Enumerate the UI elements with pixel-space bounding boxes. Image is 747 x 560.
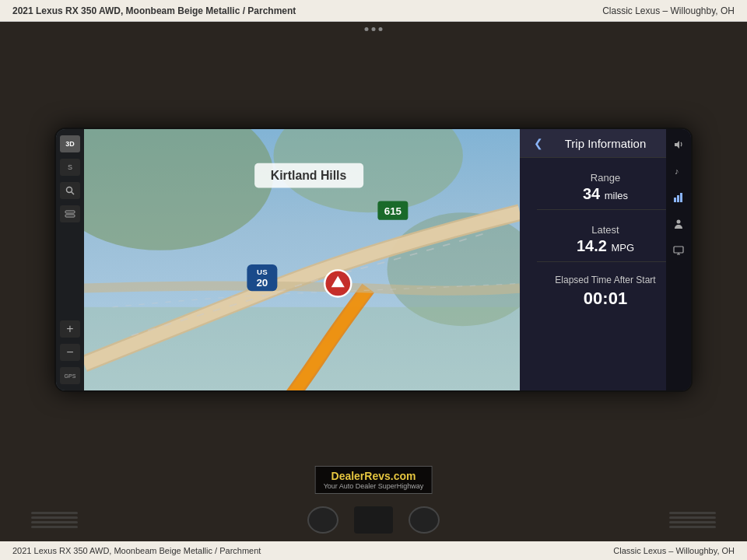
chart-icon[interactable] <box>669 188 688 207</box>
infotainment-screen: 3D S + − GPS <box>54 128 693 392</box>
left-vent <box>31 512 78 528</box>
map-zoom-in-button[interactable]: + <box>60 320 80 338</box>
mpg-value: 14.2 MPG <box>577 237 634 255</box>
svg-line-1 <box>72 192 75 195</box>
range-value: 34 miles <box>583 185 628 203</box>
elapsed-time-value: 00:01 <box>584 289 627 309</box>
watermark: DealerRevs.com Your Auto Dealer SuperHig… <box>315 466 433 494</box>
bottom-footer-bar: 2021 Lexus RX 350 AWD, Moonbeam Beige Me… <box>0 541 747 560</box>
top-header-bar: 2021 Lexus RX 350 AWD, Moonbeam Beige Me… <box>0 0 747 22</box>
screen-icon[interactable] <box>669 241 688 260</box>
map-3d-button[interactable]: 3D <box>60 135 80 152</box>
map-zoom-out-button[interactable]: − <box>60 344 80 361</box>
map-layers-button[interactable] <box>60 205 80 222</box>
trip-info-header: ❮ Trip Information ❯ <box>520 129 691 158</box>
right-vent <box>669 512 716 528</box>
main-display-area: 3D S + − GPS <box>0 22 747 498</box>
trip-info-content: Range 34 miles Latest 14.2 MPG Elapsed T… <box>520 158 691 390</box>
svg-rect-3 <box>65 215 75 217</box>
dealer-info-footer: Classic Lexus – Willoughby, OH <box>613 546 735 555</box>
person-icon[interactable] <box>669 215 688 233</box>
music-icon[interactable]: ♪ <box>669 162 688 180</box>
divider-2 <box>537 261 674 262</box>
svg-rect-20 <box>674 198 676 202</box>
divider-1 <box>537 209 674 210</box>
svg-rect-21 <box>677 195 679 202</box>
svg-text:♪: ♪ <box>675 166 679 176</box>
svg-rect-22 <box>680 193 682 202</box>
map-search-button[interactable] <box>60 182 80 199</box>
map-sidebar: 3D S + − GPS <box>56 129 84 390</box>
svg-rect-24 <box>674 247 683 253</box>
dashboard-center <box>307 506 440 534</box>
trip-info-panel: ❮ Trip Information ❯ Range 34 miles Late… <box>520 129 691 390</box>
svg-text:615: 615 <box>384 205 402 217</box>
trip-right-icons-panel: ♪ <box>666 129 691 390</box>
svg-point-0 <box>67 187 72 193</box>
dashboard-bottom <box>0 498 747 541</box>
range-label: Range <box>591 172 620 184</box>
mpg-unit: MPG <box>611 242 634 254</box>
svg-point-23 <box>677 220 681 224</box>
svg-text:Kirtland Hills: Kirtland Hills <box>271 169 347 182</box>
vehicle-info-header: 2021 Lexus RX 350 AWD, Moonbeam Beige Me… <box>12 5 296 16</box>
map-section: 3D S + − GPS <box>56 129 520 390</box>
dial-right[interactable] <box>409 506 440 534</box>
svg-text:US: US <box>257 268 268 276</box>
map-mode-button[interactable]: S <box>60 159 80 176</box>
vehicle-info-footer: 2021 Lexus RX 350 AWD, Moonbeam Beige Me… <box>12 546 261 555</box>
camera-dots <box>365 27 383 31</box>
map-gps-button[interactable]: GPS <box>60 367 80 384</box>
elapsed-time-label: Elapsed Time After Start <box>547 275 663 285</box>
dealer-info-header: Classic Lexus – Willoughby, OH <box>602 5 735 16</box>
audio-icon[interactable] <box>669 135 688 154</box>
control-panel <box>354 506 393 534</box>
watermark-tagline: Your Auto Dealer SuperHighway <box>324 482 424 490</box>
trip-info-title: Trip Information <box>548 137 663 150</box>
svg-text:20: 20 <box>256 277 268 289</box>
svg-rect-2 <box>65 211 75 213</box>
range-unit: miles <box>605 190 628 201</box>
map-canvas: Kirtland Hills US 20 615 <box>84 129 520 390</box>
dial-left[interactable] <box>307 506 338 534</box>
watermark-site: DealerRevs.com <box>324 470 424 482</box>
latest-label: Latest <box>591 224 619 236</box>
trip-prev-button[interactable]: ❮ <box>529 135 548 151</box>
